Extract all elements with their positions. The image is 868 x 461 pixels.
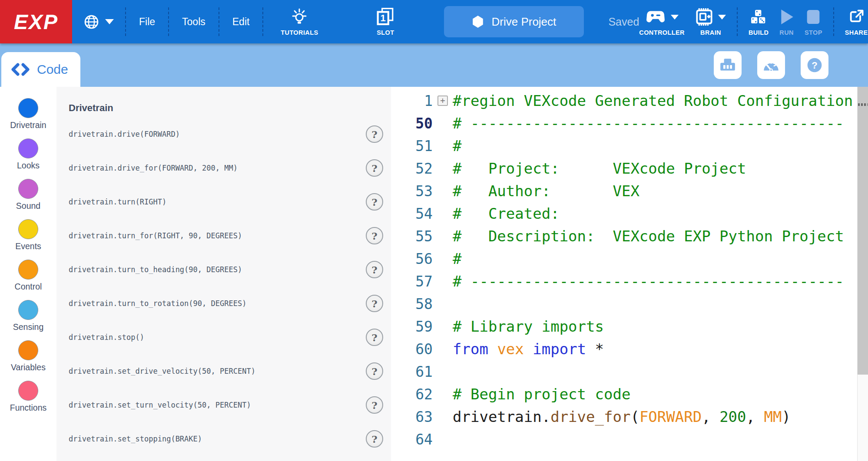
token-comment: # --------------------------------------…: [453, 115, 844, 132]
category-color-circle[interactable]: [18, 179, 38, 199]
tutorials-label: TUTORIALS: [281, 29, 318, 36]
code-line[interactable]: 50 # -----------------------------------…: [391, 112, 868, 135]
category-color-circle[interactable]: [18, 138, 38, 158]
command-help-button[interactable]: ?: [366, 295, 383, 312]
command-help-button[interactable]: ?: [366, 362, 383, 380]
chevron-down-icon: [718, 15, 726, 20]
code-line[interactable]: 58: [391, 293, 868, 315]
device-info-button[interactable]: [714, 51, 742, 79]
line-number: 51: [391, 138, 433, 155]
code-line[interactable]: 64: [391, 428, 868, 451]
tab-code[interactable]: Code: [1, 52, 80, 87]
line-number: 64: [391, 431, 433, 448]
category-color-circle[interactable]: [18, 300, 38, 320]
lightbulb-icon: [291, 8, 308, 26]
dashboard-gauge-button[interactable]: [757, 51, 785, 79]
scrollbar-region-marks: [858, 103, 868, 106]
brain-button[interactable]: BRAIN: [696, 7, 726, 36]
command-code[interactable]: drivetrain.set_drive_velocity(50, PERCEN…: [69, 367, 255, 375]
project-name-button[interactable]: Drive Project: [444, 6, 584, 37]
category-color-circle[interactable]: [18, 260, 38, 280]
command-code[interactable]: drivetrain.drive_for(FORWARD, 200, MM): [69, 164, 238, 172]
menu-file[interactable]: File: [126, 0, 168, 43]
code-line[interactable]: 1 + #region VEXcode Generated Robot Conf…: [391, 89, 868, 112]
stop-button[interactable]: STOP: [805, 7, 822, 36]
slot-button[interactable]: 1 SLOT: [370, 7, 401, 36]
code-line[interactable]: 56 #: [391, 247, 868, 270]
token-number: 200: [719, 408, 746, 425]
brain-label: BRAIN: [700, 29, 721, 36]
command-code[interactable]: drivetrain.turn_to_heading(90, DEGREES): [69, 265, 242, 274]
code-line[interactable]: 60 from vex import *: [391, 338, 868, 360]
code-line[interactable]: 51 #: [391, 135, 868, 157]
command-row: drivetrain.set_stopping(BRAKE) ?: [69, 422, 391, 456]
stop-square-icon: [806, 10, 820, 24]
category-events[interactable]: Events: [15, 219, 41, 251]
menu-divider: [737, 7, 738, 36]
category-color-circle[interactable]: [18, 381, 38, 401]
fold-expand-icon[interactable]: +: [437, 95, 448, 106]
menu-edit[interactable]: Edit: [219, 0, 263, 43]
code-line[interactable]: 61: [391, 360, 868, 383]
category-variables[interactable]: Variables: [11, 340, 46, 372]
code-line[interactable]: 59 # Library imports: [391, 315, 868, 338]
command-code[interactable]: drivetrain.turn_to_rotation(90, DEGREES): [69, 299, 246, 308]
command-help-button[interactable]: ?: [366, 193, 383, 211]
command-code[interactable]: drivetrain.turn(RIGHT): [69, 198, 166, 206]
category-looks[interactable]: Looks: [17, 138, 40, 171]
scrollbar-thumb[interactable]: [858, 87, 868, 375]
help-button[interactable]: ?: [801, 51, 828, 79]
code-line[interactable]: 55 # Description: VEXcode EXP Python Pro…: [391, 225, 868, 247]
category-sound[interactable]: Sound: [16, 179, 40, 211]
command-row: drivetrain.drive(FORWARD) ?: [69, 117, 391, 151]
command-help-button[interactable]: ?: [366, 329, 383, 346]
build-button[interactable]: BUILD: [749, 7, 769, 36]
category-functions[interactable]: Functions: [10, 381, 47, 413]
code-line[interactable]: 62 # Begin project code: [391, 383, 868, 405]
command-help-button[interactable]: ?: [366, 261, 383, 278]
category-sensing[interactable]: Sensing: [13, 300, 43, 332]
token-plain: ,: [702, 408, 719, 425]
token-plain: [488, 340, 497, 358]
language-menu[interactable]: [83, 14, 114, 30]
share-button[interactable]: SHARE: [845, 7, 868, 36]
command-code[interactable]: drivetrain.set_turn_velocity(50, PERCENT…: [69, 401, 251, 409]
code-line[interactable]: 63 drivetrain.drive_for(FORWARD, 200, MM…: [391, 405, 868, 428]
line-number: 1: [391, 92, 433, 109]
command-help-button[interactable]: ?: [366, 227, 383, 244]
command-code[interactable]: drivetrain.drive(FORWARD): [69, 130, 180, 138]
code-line[interactable]: 54 # Created:: [391, 202, 868, 225]
menu-tools[interactable]: Tools: [169, 0, 219, 43]
run-button[interactable]: RUN: [779, 7, 794, 36]
command-help-button[interactable]: ?: [366, 125, 383, 143]
controller-button[interactable]: CONTROLLER: [639, 7, 685, 36]
code-line[interactable]: 52 # Project: VEXcode Project: [391, 157, 868, 180]
token-comment: # Project: VEXcode Project: [453, 160, 746, 177]
command-code[interactable]: drivetrain.set_stopping(BRAKE): [69, 435, 202, 443]
command-code[interactable]: drivetrain.stop(): [69, 333, 144, 342]
line-code: from vex import *: [453, 340, 604, 358]
command-help-button[interactable]: ?: [366, 396, 383, 414]
token-plain: ): [782, 408, 790, 425]
category-control[interactable]: Control: [15, 260, 42, 292]
category-color-circle[interactable]: [18, 340, 38, 360]
category-drivetrain[interactable]: Drivetrain: [10, 98, 46, 130]
category-color-circle[interactable]: [18, 98, 38, 118]
command-row: drivetrain.set_drive_velocity(50, PERCEN…: [69, 354, 391, 388]
line-code: # --------------------------------------…: [453, 115, 844, 132]
tutorials-button[interactable]: TUTORIALS: [274, 7, 325, 36]
code-line[interactable]: 57 # -----------------------------------…: [391, 270, 868, 293]
share-label: SHARE: [845, 29, 868, 36]
code-line[interactable]: 53 # Author: VEX: [391, 180, 868, 202]
command-help-button[interactable]: ?: [366, 430, 383, 448]
build-label: BUILD: [749, 29, 769, 36]
line-number: 55: [391, 228, 433, 245]
editor-scrollbar[interactable]: [857, 87, 868, 461]
command-help-button[interactable]: ?: [366, 159, 383, 177]
category-color-circle[interactable]: [18, 219, 38, 239]
code-editor[interactable]: 1 + #region VEXcode Generated Robot Conf…: [391, 87, 868, 461]
command-code[interactable]: drivetrain.turn_for(RIGHT, 90, DEGREES): [69, 231, 242, 240]
token-plain: *: [586, 340, 604, 358]
line-number: 63: [391, 408, 433, 425]
line-number: 57: [391, 273, 433, 290]
